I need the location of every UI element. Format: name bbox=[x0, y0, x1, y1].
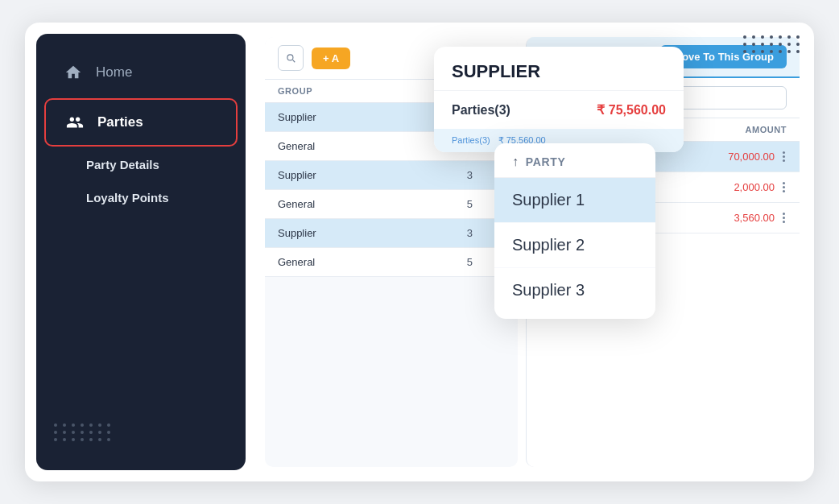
sidebar-item-parties[interactable]: Parties bbox=[44, 98, 238, 147]
stat-parties: Parties(3) bbox=[452, 103, 510, 118]
supplier-float-card: SUPPLIER Parties(3) ₹ 75,560.00 Parties(… bbox=[434, 47, 684, 152]
amount-value: 70,000.00 bbox=[728, 151, 775, 163]
sidebar-parties-label: Parties bbox=[97, 114, 143, 130]
dropdown-item-supplier2[interactable]: Supplier 2 bbox=[494, 223, 655, 268]
table-row: Supplier 3 bbox=[265, 219, 518, 248]
app-container: Home Parties Party Details Loyalty Point… bbox=[25, 23, 814, 481]
dropdown-item-supplier1[interactable]: Supplier 1 bbox=[494, 178, 655, 223]
party-dropdown-card: ↑ PARTY Supplier 1 Supplier 2 Supplier 3 bbox=[494, 143, 655, 319]
table-row: General 5 bbox=[265, 248, 518, 277]
sidebar-item-home[interactable]: Home bbox=[44, 50, 238, 95]
loyalty-points-label: Loyalty Points bbox=[86, 191, 169, 204]
sidebar-item-party-details[interactable]: Party Details bbox=[36, 148, 246, 181]
table-row: Supplier 3 bbox=[265, 161, 518, 190]
table-row: General 5 bbox=[265, 190, 518, 219]
main-content: + A GROUP PARTY Supplier 3 General 5 Sup… bbox=[257, 23, 814, 481]
top-right-dots bbox=[743, 35, 801, 53]
dropdown-item-supplier3[interactable]: Supplier 3 bbox=[494, 268, 655, 312]
col-header-group: GROUP bbox=[278, 86, 407, 96]
dropdown-header-label: PARTY bbox=[526, 155, 566, 168]
sub-breadcrumb-parties: Parties(3) bbox=[452, 135, 490, 146]
home-icon bbox=[62, 61, 85, 84]
party-details-label: Party Details bbox=[86, 158, 159, 171]
float-card-title: SUPPLIER bbox=[452, 61, 666, 82]
float-card-header: SUPPLIER bbox=[434, 47, 684, 91]
amount-value: 3,560.00 bbox=[734, 212, 775, 224]
search-button[interactable] bbox=[278, 45, 304, 71]
dropdown-header: ↑ PARTY bbox=[494, 143, 655, 178]
row-menu-button[interactable] bbox=[781, 211, 787, 225]
amount-value: 2,000.00 bbox=[734, 181, 775, 193]
sidebar-home-label: Home bbox=[96, 64, 132, 81]
row-menu-button[interactable] bbox=[781, 150, 787, 163]
sidebar-item-loyalty-points[interactable]: Loyalty Points bbox=[36, 181, 246, 214]
float-card-stats: Parties(3) ₹ 75,560.00 bbox=[434, 91, 684, 129]
stat-amount: ₹ 75,560.00 bbox=[597, 102, 666, 118]
parties-icon bbox=[64, 111, 86, 134]
row-menu-button[interactable] bbox=[781, 180, 787, 194]
up-arrow-icon: ↑ bbox=[512, 155, 519, 169]
amount-col-header: AMOUNT bbox=[745, 125, 787, 134]
sidebar-decoration-dots bbox=[36, 409, 246, 456]
add-button[interactable]: + A bbox=[312, 48, 350, 69]
sidebar: Home Parties Party Details Loyalty Point… bbox=[36, 34, 246, 470]
